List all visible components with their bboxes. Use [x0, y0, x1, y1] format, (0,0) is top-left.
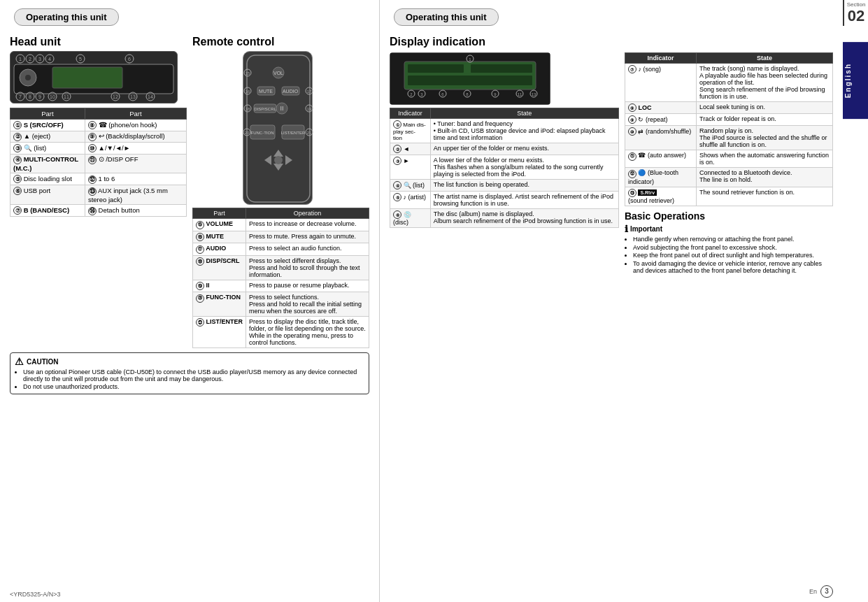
parts-row: ③ 🔍 (list) ⑩ ▲/▼/◄/►	[10, 143, 187, 155]
op-row-disp: ⑱ DISP/SCRL Press to select different di…	[193, 255, 369, 280]
svg-text:MUTE: MUTE	[259, 89, 273, 94]
svg-text:15: 15	[245, 71, 250, 76]
svg-text:11: 11	[64, 94, 69, 99]
svg-point-65	[274, 156, 283, 164]
op-row-list: ㉑ LIST/ENTER Press to display the disc t…	[193, 317, 369, 348]
indicator-table-right: Indicator State ⑦ ♪ (song) The track (so…	[625, 52, 833, 206]
svg-text:2: 2	[29, 57, 31, 62]
op-row-func: ⑳ FUNC-TION Press to select functions.Pr…	[193, 292, 369, 317]
footer-left: <YRD5325-A/N>3	[10, 591, 61, 598]
svg-text:21: 21	[306, 131, 311, 135]
svg-text:12: 12	[113, 94, 118, 99]
op-row-volume: ⑮ VOLUME Press to increase or decrease v…	[193, 219, 369, 231]
caution-list: Use an optional Pioneer USB cable (CD-U5…	[15, 368, 364, 390]
right-ind-row: ⑦ ♪ (song) The track (song) name is disp…	[625, 64, 832, 102]
head-unit-diagram: 1 2 3 4 5 6	[10, 51, 178, 103]
parts-row: ④ MULTI-CONTROL (M.C.) ⑪ ⊙ /DISP OFF	[10, 154, 187, 173]
svg-rect-70	[408, 76, 532, 85]
svg-text:DISP/SCRL: DISP/SCRL	[254, 107, 276, 111]
important-box: ℹ Important Handle gently when removing …	[625, 224, 833, 274]
ind-row: ① Main dis-play sec-tion • Tuner: band a…	[390, 119, 619, 143]
svg-text:11: 11	[518, 92, 522, 96]
parts-row: ⑤ Disc loading slot ⑫ 1 to 6	[10, 173, 187, 185]
important-label: Important	[630, 225, 662, 233]
ind-row: ② ◄ An upper tier of the folder or menu …	[390, 143, 619, 155]
important-item: Avoid subjecting the front panel to exce…	[633, 244, 833, 251]
remote-title: Remote control	[192, 36, 369, 48]
important-title: ℹ Important	[625, 224, 833, 234]
svg-text:9: 9	[38, 94, 41, 99]
right-ind-row: ⑬ S.Rtrv(sound retriever) The sound retr…	[625, 187, 832, 206]
right-ind-row: ⑫ 🔵 (Blue-tooth indicator) Connected to …	[625, 168, 832, 187]
svg-text:5: 5	[79, 57, 82, 62]
svg-text:II: II	[280, 105, 283, 112]
right-ind-row: ⑩ ⇄ (random/shuffle) Random play is on.T…	[625, 126, 832, 150]
en-label: En	[809, 588, 817, 595]
op-row-mute: ⑯ MUTE Press to mute. Press again to unm…	[193, 231, 369, 243]
svg-text:LIST/ENTER: LIST/ENTER	[280, 131, 305, 135]
svg-text:FUNC-TION: FUNC-TION	[250, 131, 273, 135]
svg-text:13: 13	[130, 94, 136, 99]
svg-text:6: 6	[128, 57, 131, 62]
op-row-audio: ⑰ AUDIO Press to select an audio functio…	[193, 243, 369, 256]
important-item: To avoid damaging the device or vehicle …	[633, 260, 833, 274]
important-item: Handle gently when removing or attaching…	[633, 236, 833, 243]
operation-table: Part Operation ⑮ VOLUME Press to increas…	[192, 208, 369, 348]
ind-row: ⑥ 💿 (disc) The disc (album) name is disp…	[390, 209, 619, 228]
svg-text:10: 10	[50, 94, 55, 99]
caution-box: ⚠ CAUTION Use an optional Pioneer USB ca…	[10, 352, 369, 394]
display-diagram: 1 2 3 6 8 9 11 13	[390, 52, 550, 105]
parts-col-num: Part	[10, 108, 85, 120]
caution-label: CAUTION	[27, 358, 59, 366]
caution-item: Use an optional Pioneer USB cable (CD-U5…	[23, 368, 364, 382]
right-header: Operating this unit	[394, 8, 499, 26]
section-number: 02	[846, 8, 867, 24]
ind-row: ④ 🔍 (list) The list function is being op…	[390, 180, 619, 192]
caution-item: Do not use unauthorized products.	[23, 383, 364, 390]
svg-text:7: 7	[19, 94, 22, 99]
svg-text:14: 14	[148, 94, 153, 99]
caution-title: ⚠ CAUTION	[15, 356, 364, 367]
svg-rect-13	[52, 67, 122, 88]
op-col-part: Part	[193, 208, 246, 219]
op-col-operation: Operation	[246, 208, 369, 219]
left-header: Operating this unit	[14, 8, 119, 26]
head-unit-title: Head unit	[10, 36, 187, 48]
important-item: Keep the front panel out of direct sunli…	[633, 252, 833, 259]
svg-text:AUDIO: AUDIO	[282, 89, 298, 94]
svg-text:19: 19	[306, 107, 311, 111]
section-tag: Section 02	[843, 0, 868, 26]
ind-col-state: State	[430, 108, 618, 119]
display-title: Display indication	[390, 36, 833, 48]
svg-text:3: 3	[38, 57, 41, 62]
svg-text:8: 8	[29, 94, 31, 99]
parts-col-name: Part	[85, 108, 186, 120]
ind-row: ③ ► A lower tier of the folder or menu e…	[390, 155, 619, 180]
parts-row: ⑦ B (BAND/ESC) ⑭ Detach button	[10, 205, 187, 217]
svg-rect-68	[408, 64, 464, 73]
english-tag: English	[843, 42, 868, 119]
important-icon: ℹ	[625, 224, 628, 234]
svg-text:20: 20	[244, 131, 249, 135]
right-ind-col-state: State	[696, 53, 832, 64]
ind-row: ⑤ ♪ (artist) The artist name is displaye…	[390, 192, 619, 209]
right-ind-col-indicator: Indicator	[625, 53, 696, 64]
caution-icon: ⚠	[15, 356, 24, 367]
indicator-table-left: Indicator State ① Main dis-play sec-tion…	[390, 108, 619, 228]
right-ind-row: ⑪ ☎ (auto answer) Shows when the automat…	[625, 150, 832, 168]
important-list: Handle gently when removing or attaching…	[625, 236, 833, 274]
svg-point-15	[25, 75, 31, 80]
right-ind-row: ⑧ LOC Local seek tuning is on.	[625, 102, 832, 114]
svg-text:16: 16	[245, 89, 250, 94]
page-number: 3	[820, 585, 833, 598]
parts-table: Part Part ① S (SRC/OFF) ⑧ ☎ (phone/on ho…	[10, 108, 187, 217]
op-row-pause: ⑲ II Press to pause or resume playback.	[193, 280, 369, 292]
left-page: Operating this unit Head unit 1 2 3	[0, 0, 380, 602]
footer-right: En 3	[809, 585, 833, 598]
right-page: Section 02 English Operating this unit D…	[380, 0, 868, 602]
parts-row: ① S (SRC/OFF) ⑧ ☎ (phone/on hook)	[10, 120, 187, 131]
parts-row: ⑥ USB port ⑬ AUX input jack (3.5 mm ster…	[10, 185, 187, 205]
right-ind-row: ⑨ ↻ (repeat) Track or folder repeat is o…	[625, 114, 832, 126]
svg-text:17: 17	[306, 89, 311, 94]
svg-text:VOL: VOL	[273, 71, 283, 76]
